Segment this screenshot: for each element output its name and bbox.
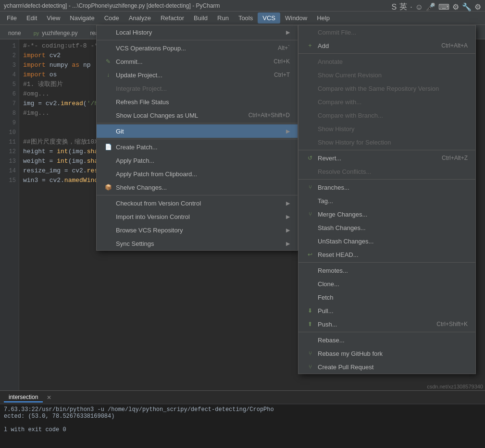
terminal-close-intersection[interactable]: ✕ xyxy=(47,394,51,401)
git-fetch[interactable]: Fetch xyxy=(298,291,475,304)
lang-icon: 英 xyxy=(399,2,407,12)
fetch-icon xyxy=(306,293,314,301)
vcs-update-project[interactable]: ↓ Update Project... Ctrl+T xyxy=(97,68,298,82)
menu-build[interactable]: Build xyxy=(189,12,212,24)
keyboard-icon: ⌨ xyxy=(438,2,449,12)
show-history-icon xyxy=(306,125,314,133)
git-pull[interactable]: ⬇ Pull... xyxy=(298,304,475,317)
git-resolve-conflicts: Resolve Conflicts... xyxy=(298,165,475,178)
add-icon: + xyxy=(306,42,314,49)
menu-run[interactable]: Run xyxy=(212,12,234,24)
show-current-revision-icon xyxy=(306,71,314,79)
create-pull-request-label: Create Pull Request xyxy=(318,363,373,371)
merge-changes-label: Merge Changes... xyxy=(318,211,367,218)
resolve-conflicts-label: Resolve Conflicts... xyxy=(318,168,371,175)
branches-icon: ⑂ xyxy=(306,183,314,191)
vcs-checkout[interactable]: Checkout from Version Control ▶ xyxy=(97,196,298,210)
show-local-changes-label: Show Local Changes as UML xyxy=(116,112,198,119)
vcs-integrate-project: Integrate Project... xyxy=(97,82,298,95)
menu-refactor[interactable]: Refactor xyxy=(156,12,189,24)
create-patch-icon: 📄 xyxy=(104,143,112,151)
vcs-refresh-status[interactable]: Refresh File Status xyxy=(97,95,298,109)
tool2-icon: 🔧 xyxy=(462,2,472,12)
git-clone[interactable]: Clone... xyxy=(298,277,475,291)
update-project-icon: ↓ xyxy=(104,71,112,79)
vcs-browse[interactable]: Browse VCS Repository ▶ xyxy=(97,223,298,237)
menu-analyze[interactable]: Analyze xyxy=(124,12,156,24)
git-branches[interactable]: ⑂ Branches... xyxy=(298,181,475,194)
menu-vcs[interactable]: VCS xyxy=(258,12,280,24)
pull-icon: ⬇ xyxy=(306,307,314,315)
vcs-shelve-changes[interactable]: 📦 Shelve Changes... xyxy=(97,181,298,194)
git-remotes[interactable]: Remotes... xyxy=(298,264,475,277)
show-local-changes-shortcut: Ctrl+Alt+Shift+D xyxy=(249,112,290,119)
compare-branch-label: Compare with Branch... xyxy=(318,112,383,119)
git-revert[interactable]: ↺ Revert... Ctrl+Alt+Z xyxy=(298,151,475,165)
git-unstash-changes[interactable]: UnStash Changes... xyxy=(298,234,475,248)
git-push[interactable]: ⬆ Push... Ctrl+Shift+K xyxy=(298,317,475,331)
git-sep1 xyxy=(298,53,475,54)
terminal-tab-intersection[interactable]: intersection xyxy=(4,393,43,402)
git-compare-branch: Compare with Branch... xyxy=(298,109,475,122)
watermark: csdn.net/xz1308579340 xyxy=(425,383,485,390)
git-reset-head[interactable]: ↩ Reset HEAD... xyxy=(298,248,475,261)
git-rebase[interactable]: Rebase... xyxy=(298,333,475,347)
vcs-show-local-changes[interactable]: Show Local Changes as UML Ctrl+Alt+Shift… xyxy=(97,109,298,122)
menu-help[interactable]: Help xyxy=(312,12,335,24)
commit-file-icon xyxy=(306,28,314,36)
mic-icon: 🎤 xyxy=(426,2,435,12)
tag-label: Tag... xyxy=(318,197,333,205)
git-tag[interactable]: Tag... xyxy=(298,194,475,207)
vcs-operations-icon xyxy=(104,44,112,52)
apply-patch-label: Apply Patch... xyxy=(116,157,154,164)
git-merge-changes[interactable]: ⑂ Merge Changes... xyxy=(298,207,475,221)
menu-edit[interactable]: Edit xyxy=(22,12,42,24)
menu-code[interactable]: Code xyxy=(99,12,124,24)
git-stash-changes[interactable]: Stash Changes... xyxy=(298,221,475,234)
tag-icon xyxy=(306,197,314,205)
vcs-create-patch[interactable]: 📄 Create Patch... xyxy=(97,140,298,154)
line-numbers: 1 2 3 4 5 6 7 8 9 10 11 12 13 14 15 xyxy=(0,39,19,390)
git-compare-with: Compare with... xyxy=(298,95,475,109)
git-show-history: Show History xyxy=(298,122,475,135)
resolve-conflicts-icon xyxy=(306,168,314,175)
vcs-apply-patch[interactable]: Apply Patch... xyxy=(97,154,298,167)
integrate-project-label: Integrate Project... xyxy=(116,85,167,92)
git-rebase-github-fork[interactable]: ⑂ Rebase my GitHub fork xyxy=(298,347,475,360)
reset-head-icon: ↩ xyxy=(306,251,314,258)
clone-label: Clone... xyxy=(318,280,339,288)
vcs-operations-popup[interactable]: VCS Operations Popup... Alt+` xyxy=(97,41,298,55)
terminal-line-4: l with exit code 0 xyxy=(4,426,481,433)
menu-tools[interactable]: Tools xyxy=(234,12,258,24)
menu-navigate[interactable]: Navigate xyxy=(65,12,99,24)
tab-yuzhifenge1[interactable]: py yuzhifenge.py xyxy=(27,26,84,39)
terminal-tab-bar: intersection ✕ xyxy=(0,391,485,404)
vcs-git[interactable]: Git ▶ xyxy=(97,124,298,138)
tool3-icon: ⚙ xyxy=(474,2,481,12)
revert-icon: ↺ xyxy=(306,154,314,162)
push-shortcut: Ctrl+Shift+K xyxy=(436,321,468,327)
create-pull-request-icon: ⑂ xyxy=(306,363,314,371)
tab-none[interactable]: none xyxy=(2,26,27,39)
terminal-content: 7.63.33:22/usr/bin/python3 -u /home/lqy/… xyxy=(0,404,485,448)
vcs-sep4 xyxy=(97,195,298,195)
vcs-import[interactable]: Import into Version Control ▶ xyxy=(97,210,298,223)
browse-arrow: ▶ xyxy=(286,227,290,233)
shelve-changes-icon: 📦 xyxy=(104,183,112,191)
emoji-icon: ☺ xyxy=(415,3,423,12)
git-sep2 xyxy=(298,150,475,150)
vcs-sync-settings[interactable]: Sync Settings ▶ xyxy=(97,237,298,250)
apply-patch-clipboard-icon xyxy=(104,170,112,178)
local-history-label: Local History xyxy=(116,29,152,36)
git-create-pull-request[interactable]: ⑂ Create Pull Request xyxy=(298,360,475,374)
menu-file[interactable]: File xyxy=(2,12,22,24)
tab-yuzhifenge1-icon: py xyxy=(34,30,39,36)
git-sep5 xyxy=(298,332,475,332)
git-add[interactable]: + Add Ctrl+Alt+A xyxy=(298,39,475,52)
menu-window[interactable]: Window xyxy=(280,12,312,24)
show-history-label: Show History xyxy=(318,125,355,133)
menu-view[interactable]: View xyxy=(42,12,65,24)
vcs-commit[interactable]: ✎ Commit... Ctrl+K xyxy=(97,55,298,68)
vcs-local-history[interactable]: Local History ▶ xyxy=(97,25,298,39)
vcs-apply-patch-clipboard[interactable]: Apply Patch from Clipboard... xyxy=(97,167,298,181)
